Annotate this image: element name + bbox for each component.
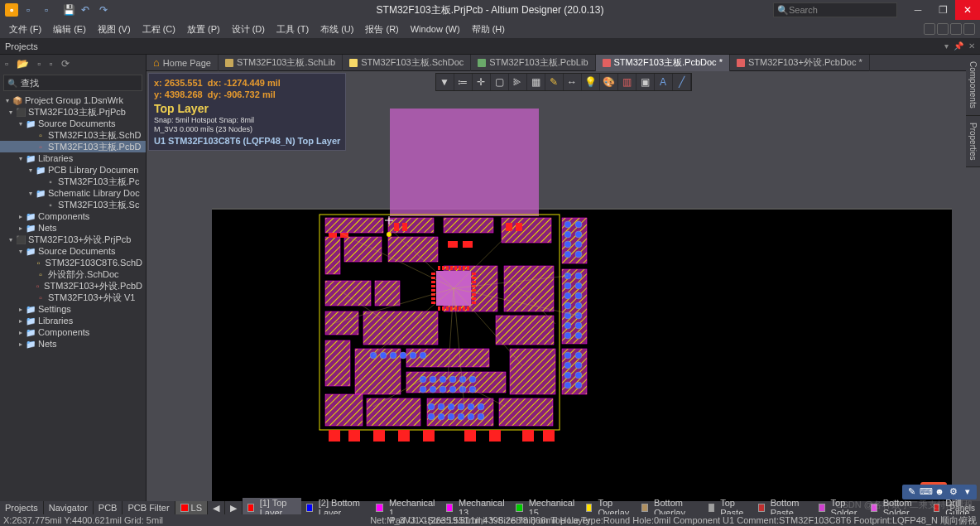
layer-scroll-left[interactable]: ◀ (208, 501, 225, 514)
tree-node[interactable]: 外设部分.SchDoc (0, 268, 146, 280)
tb-save-icon[interactable]: 💾 (63, 4, 74, 16)
tb-open-icon[interactable]: ▫ (45, 4, 56, 16)
menu-V[interactable]: 视图 (V) (94, 22, 135, 37)
tree-node[interactable]: ▾Libraries (0, 152, 146, 164)
tree-node[interactable]: ▾STM32F103主板.PrjPcb (0, 106, 146, 118)
tb-undo-icon[interactable]: ↶ (81, 4, 93, 16)
tree-node[interactable]: STM32F103主板.Pc (0, 176, 146, 187)
sb-compile-icon[interactable]: ▫ (50, 58, 53, 70)
sb-save-icon[interactable]: ▫ (37, 58, 41, 70)
bottom-tab-projects[interactable]: Projects (0, 501, 44, 514)
menu-P[interactable]: 放置 (P) (183, 22, 224, 37)
tree-node[interactable]: ▾STM32F103+外设.PrjPcb (0, 234, 146, 245)
svg-rect-58 (472, 273, 476, 275)
tb-new-icon[interactable]: ▫ (26, 4, 38, 16)
svg-rect-62 (472, 289, 476, 292)
panel-menu-icon[interactable]: ▾ (944, 41, 949, 51)
svg-rect-74 (438, 306, 440, 311)
panels-button[interactable]: Panels (949, 504, 975, 513)
tree-node[interactable]: ▸Settings (0, 303, 146, 315)
ab-measure-icon[interactable]: ↔ (564, 74, 582, 90)
menu-C[interactable]: 工程 (C) (138, 22, 180, 37)
svg-rect-9 (344, 237, 382, 262)
ab-cut-icon[interactable]: ▣ (637, 74, 655, 90)
menu-R[interactable]: 报告 (R) (361, 22, 402, 37)
svg-rect-22 (496, 316, 554, 345)
ab-light-icon[interactable]: 💡 (582, 74, 600, 90)
bottom-tab-navigator[interactable]: Navigator (44, 501, 94, 514)
menu-U[interactable]: 布线 (U) (316, 22, 358, 37)
minimize-button[interactable]: ─ (906, 0, 930, 20)
right-panel-properties[interactable]: Properties (966, 116, 980, 168)
svg-rect-54 (431, 289, 435, 292)
ime-toolbar[interactable]: ✎⌨☻⚙▾ (902, 485, 977, 499)
close-button[interactable]: ✕ (955, 0, 980, 20)
menu-WindowW[interactable]: Window (W) (406, 22, 464, 36)
ab-grid-icon[interactable]: ▦ (527, 74, 545, 90)
svg-rect-41 (348, 430, 360, 442)
svg-rect-27 (427, 398, 493, 426)
maximize-button[interactable]: ❐ (930, 0, 955, 20)
global-search[interactable]: 🔍 Search (773, 2, 897, 17)
svg-rect-18 (363, 311, 438, 345)
tree-node[interactable]: STM32F103主板.SchD (0, 129, 146, 141)
layer-scroll-right[interactable]: ▶ (225, 501, 243, 514)
menu-H[interactable]: 帮助 (H) (468, 22, 509, 37)
doc-tab[interactable]: STM32F103主板.PcbDoc * (596, 55, 730, 71)
sb-refresh-icon[interactable]: ⟳ (61, 58, 70, 70)
tb-redo-icon[interactable]: ↷ (99, 4, 111, 16)
ab-pen-icon[interactable]: ✎ (545, 74, 564, 90)
svg-rect-38 (506, 223, 512, 231)
svg-rect-6 (325, 218, 383, 233)
svg-point-123 (469, 376, 476, 383)
panel-pin-icon[interactable]: 📌 (954, 41, 963, 51)
menu-D[interactable]: 设计 (D) (228, 22, 269, 37)
panel-close-icon[interactable]: ✕ (968, 41, 975, 51)
sb-new-icon[interactable]: ▫ (5, 58, 8, 70)
tree-node[interactable]: STM32F103+外设 V1 (0, 292, 146, 303)
bottom-tab-pcb-filter[interactable]: PCB Filter (122, 501, 175, 514)
ab-layer-icon[interactable]: ▥ (618, 74, 637, 90)
tree-node[interactable]: ▾Source Documents (0, 118, 146, 129)
tree-node[interactable]: ▸Components (0, 210, 146, 222)
svg-rect-52 (431, 281, 435, 283)
sb-open-icon[interactable]: 📂 (17, 58, 29, 70)
doc-tab[interactable]: Home Page (147, 55, 219, 71)
ab-sel-icon[interactable]: ▢ (491, 74, 509, 90)
ab-text-icon[interactable]: A (655, 74, 673, 90)
tree-node[interactable]: ▸Nets (0, 338, 146, 350)
doc-tab[interactable]: STM32F103主板.PcbLib (471, 55, 595, 71)
tree-node[interactable]: STM32F103+外设.PcbD (0, 280, 146, 292)
doc-tab[interactable]: STM32F103主板.SchDoc (343, 55, 471, 71)
svg-point-106 (564, 362, 571, 369)
doc-tab[interactable]: STM32F103主板.SchLib (219, 55, 343, 71)
doc-tab[interactable]: STM32F103+外设.PcbDoc * (730, 55, 870, 71)
tree-node[interactable]: ▾Schematic Library Doc (0, 187, 146, 199)
tree-node[interactable]: STM32F103主板.PcbD (0, 141, 146, 152)
menu-F[interactable]: 文件 (F) (5, 22, 46, 37)
tree-node[interactable]: ▾Source Documents (0, 245, 146, 257)
tree-node[interactable]: ▾Project Group 1.DsnWrk (0, 94, 146, 106)
ab-line-icon[interactable]: ╱ (673, 74, 691, 90)
menu-E[interactable]: 编辑 (E) (49, 22, 90, 37)
editor-area: Home PageSTM32F103主板.SchLibSTM32F103主板.S… (147, 55, 980, 501)
ls-label[interactable]: LS (191, 503, 202, 513)
ab-filter-icon[interactable]: ▼ (436, 74, 454, 90)
menu-T[interactable]: 工具 (T) (272, 22, 313, 37)
right-panel-components[interactable]: Components (966, 55, 980, 116)
ab-align-icon[interactable]: ⫸ (509, 74, 527, 90)
ab-color-icon[interactable]: 🎨 (600, 74, 618, 90)
tree-node[interactable]: ▸Components (0, 326, 146, 338)
ab-cross-icon[interactable]: ✛ (473, 74, 491, 90)
bottom-tab-pcb[interactable]: PCB (94, 501, 123, 514)
share-icons[interactable] (924, 23, 975, 35)
svg-rect-69 (450, 266, 453, 270)
tree-node[interactable]: ▾PCB Library Documen (0, 164, 146, 176)
heads-up-display: x: 2635.551 dx: -1274.449 mil y: 4398.26… (148, 73, 346, 151)
tree-node[interactable]: ▸Libraries (0, 315, 146, 326)
tree-node[interactable]: ▸Nets (0, 222, 146, 234)
sidebar-search[interactable]: 查找 (3, 75, 142, 91)
ab-clear-icon[interactable]: ≔ (454, 74, 473, 90)
tree-node[interactable]: STM32F103C8T6.SchD (0, 257, 146, 268)
tree-node[interactable]: STM32F103主板.Sc (0, 199, 146, 210)
